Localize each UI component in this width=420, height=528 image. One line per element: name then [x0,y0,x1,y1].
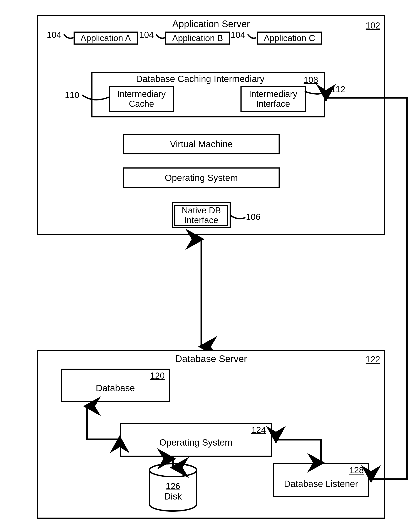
disk-num: 126 [148,482,198,490]
intermediary-cache-box: Intermediary Cache [109,86,174,112]
intermediary-cache-label-2: Cache [129,99,154,109]
native-db-interface-box: Native DB Interface [172,202,231,228]
intermediary-interface-label-1: Intermediary [249,89,297,99]
application-c-num: 104 [231,30,245,40]
application-c-box: Application C [257,32,322,45]
application-a-label: Application A [81,33,131,43]
application-b-label: Application B [172,33,223,43]
listener-to-intermediary-link [322,94,413,483]
intermediary-cache-num: 110 [65,90,79,100]
native-db-num: 106 [246,212,260,222]
intermediary-interface-num: 112 [331,84,345,94]
application-server-num: 102 [366,21,380,30]
virtual-machine-label: Virtual Machine [170,139,233,149]
dci-num: 108 [304,75,318,85]
native-db-label-2: Interface [184,215,218,225]
disk-label: Disk [148,492,198,502]
intermediary-interface-label-2: Interface [256,99,290,109]
application-a-box: Application A [74,32,138,45]
app-os-label: Operating System [165,173,238,183]
native-db-label-1: Native DB [182,205,221,215]
application-a-num: 104 [47,30,61,40]
application-server-title: Application Server [37,18,385,29]
application-b-box: Application B [165,32,230,45]
application-b-num: 104 [139,30,154,40]
db-os-label: Operating System [120,437,272,448]
database-label: Database [61,383,170,394]
os-disk-link [168,457,178,470]
db-os-num: 124 [251,425,266,435]
virtual-machine-box: Virtual Machine [123,134,280,154]
intermediary-cache-label-1: Intermediary [117,89,166,99]
server-link-arrow [196,235,207,350]
application-c-label: Application C [264,33,315,43]
os-listener-link [272,435,326,468]
dci-title: Database Caching Intermediary [91,74,309,84]
intermediary-interface-box: Intermediary Interface [240,86,306,112]
db-os-link [82,402,125,446]
database-num: 120 [150,371,165,381]
app-os-box: Operating System [123,168,280,188]
